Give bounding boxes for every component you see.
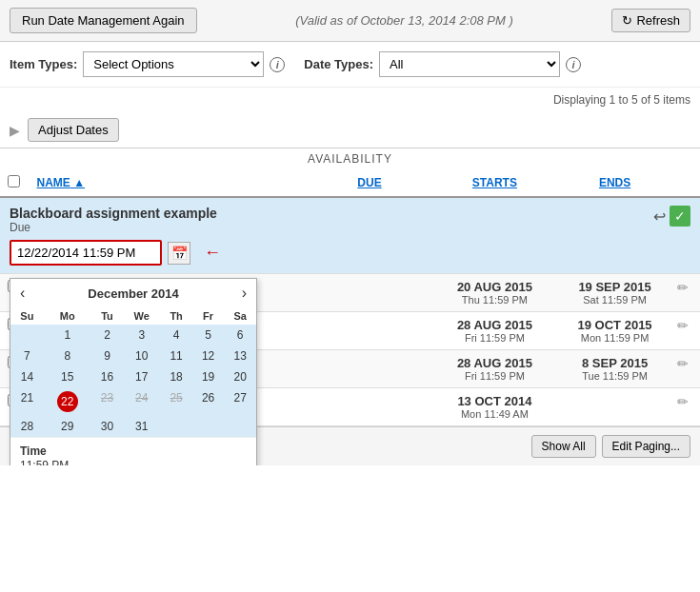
- cal-day-15[interactable]: 15: [44, 366, 91, 387]
- date-types-info-icon[interactable]: i: [566, 57, 581, 72]
- calendar-header: ‹ December 2014 ›: [10, 279, 256, 307]
- ends-date-3: 8 SEP 2015: [568, 356, 663, 370]
- confirm-button[interactable]: ✓: [670, 206, 690, 227]
- edit-paging-button[interactable]: Edit Paging...: [602, 435, 690, 458]
- displaying-count-top: Displaying 1 to 5 of 5 items: [553, 93, 690, 107]
- cal-day-31[interactable]: 31: [123, 416, 160, 437]
- availability-header: AVAILABILITY: [0, 148, 700, 169]
- edit-icon-2[interactable]: ✏: [677, 318, 689, 333]
- item-types-group: Item Types: Select Options i: [10, 51, 285, 77]
- cal-day-13[interactable]: 13: [224, 345, 256, 366]
- cal-week-3: 14 15 16 17 18 19 20: [10, 366, 256, 387]
- item-types-info-icon[interactable]: i: [270, 57, 285, 72]
- edit-icon-4[interactable]: ✏: [677, 394, 689, 409]
- cal-day-27[interactable]: 27: [224, 387, 256, 416]
- starts-date-2: 28 AUG 2015: [437, 318, 552, 332]
- day-header-su: Su: [10, 307, 44, 325]
- ends-column-header[interactable]: ENDS: [599, 176, 630, 189]
- filter-row: Item Types: Select Options i Date Types:…: [0, 42, 700, 88]
- cal-day-12[interactable]: 12: [192, 345, 224, 366]
- calendar-footer: Time 11:59 PM Hour: [10, 437, 256, 465]
- date-types-select[interactable]: All: [379, 51, 560, 77]
- row-ends-4: [560, 388, 670, 426]
- day-header-tu: Tu: [91, 307, 123, 325]
- row-due-2: [310, 312, 430, 350]
- top-bar: Run Date Management Again (Valid as of O…: [0, 0, 700, 42]
- row-due-1: [310, 274, 430, 312]
- cal-day-17[interactable]: 17: [123, 366, 160, 387]
- date-input-row: 📅 ← ‹ December 2014 ›: [10, 240, 221, 266]
- refresh-button[interactable]: ↻ Refresh: [611, 9, 690, 32]
- starts-date-3: 28 AUG 2015: [437, 356, 552, 370]
- ends-date-2: 19 OCT 2015: [568, 318, 663, 332]
- ends-sub-2: Mon 11:59 PM: [568, 332, 663, 344]
- item-types-select[interactable]: Select Options: [83, 51, 264, 77]
- date-types-group: Date Types: All i: [304, 51, 581, 77]
- cal-day-empty3: [192, 416, 224, 437]
- cal-day-5[interactable]: 5: [192, 325, 224, 345]
- cal-day-1[interactable]: 1: [44, 325, 91, 345]
- cal-day-8[interactable]: 8: [44, 345, 91, 366]
- name-column-header[interactable]: NAME ▲: [36, 176, 85, 189]
- main-table: NAME ▲ DUE STARTS ENDS Blackboard assign…: [0, 169, 700, 426]
- cal-day-11[interactable]: 11: [160, 345, 192, 366]
- cal-day-18[interactable]: 18: [160, 366, 192, 387]
- select-all-checkbox[interactable]: [8, 175, 20, 187]
- date-types-label: Date Types:: [304, 57, 373, 71]
- cal-week-5: 28 29 30 31: [10, 416, 256, 437]
- cal-day-9[interactable]: 9: [91, 345, 123, 366]
- run-date-management-button[interactable]: Run Date Management Again: [10, 8, 197, 33]
- starts-column-header[interactable]: STARTS: [472, 176, 517, 189]
- cal-day-6[interactable]: 6: [224, 325, 256, 345]
- displaying-row: Displaying 1 to 5 of 5 items: [0, 88, 700, 112]
- prev-month-button[interactable]: ‹: [20, 285, 25, 302]
- edit-icon-3[interactable]: ✏: [677, 356, 689, 371]
- valid-text: (Valid as of October 13, 2014 2:08 PM ): [295, 13, 513, 28]
- item-types-label: Item Types:: [10, 57, 77, 71]
- row-due-4: [310, 388, 430, 426]
- cal-week-2: 7 8 9 10 11 12 13: [10, 345, 256, 366]
- next-month-button[interactable]: ›: [242, 285, 247, 302]
- undo-icon[interactable]: ↩: [653, 207, 666, 226]
- cal-day-14[interactable]: 14: [10, 366, 44, 387]
- refresh-label: Refresh: [636, 13, 680, 28]
- cal-day-7[interactable]: 7: [10, 345, 44, 366]
- cal-day-29[interactable]: 29: [44, 416, 91, 437]
- cal-week-4: 21 22 23 24 25 26 27: [10, 387, 256, 416]
- red-arrow-indicator: ←: [204, 243, 221, 263]
- calendar-icon[interactable]: 📅: [168, 242, 190, 265]
- cal-day-23[interactable]: 23: [91, 387, 123, 416]
- cal-day-empty4: [224, 416, 256, 437]
- cal-day-10[interactable]: 10: [123, 345, 160, 366]
- calendar-grid: Su Mo Tu We Th Fr Sa: [10, 307, 256, 437]
- month-label: December 2014: [88, 286, 178, 301]
- row-starts-2: 28 AUG 2015 Fri 11:59 PM: [430, 312, 560, 350]
- starts-date-1: 20 AUG 2015: [437, 280, 552, 294]
- starts-date-4: 13 OCT 2014: [437, 394, 552, 408]
- ends-sub-3: Tue 11:59 PM: [568, 370, 663, 382]
- calendar-popup: ‹ December 2014 › Su Mo: [10, 278, 257, 465]
- item-sub: Due: [10, 221, 221, 234]
- ends-sub-1: Sat 11:59 PM: [568, 294, 663, 306]
- cal-day-2[interactable]: 2: [91, 325, 123, 345]
- cal-day-30[interactable]: 30: [91, 416, 123, 437]
- due-column-header[interactable]: DUE: [357, 176, 381, 189]
- date-input[interactable]: [10, 240, 162, 266]
- starts-sub-1: Thu 11:59 PM: [437, 294, 552, 306]
- cal-day-19[interactable]: 19: [192, 366, 224, 387]
- cal-day-25[interactable]: 25: [160, 387, 192, 416]
- cal-day-21[interactable]: 21: [10, 387, 44, 416]
- cal-day-24[interactable]: 24: [123, 387, 160, 416]
- edit-icon-1[interactable]: ✏: [677, 280, 689, 295]
- cal-day-28[interactable]: 28: [10, 416, 44, 437]
- cal-day-3[interactable]: 3: [123, 325, 160, 345]
- cal-day-26[interactable]: 26: [192, 387, 224, 416]
- day-header-we: We: [123, 307, 160, 325]
- cal-day-20[interactable]: 20: [224, 366, 256, 387]
- starts-sub-4: Mon 11:49 AM: [437, 408, 552, 420]
- adjust-dates-button[interactable]: Adjust Dates: [28, 118, 119, 142]
- cal-day-22[interactable]: 22: [44, 387, 91, 416]
- cal-day-16[interactable]: 16: [91, 366, 123, 387]
- show-all-button[interactable]: Show All: [531, 435, 596, 458]
- cal-day-4[interactable]: 4: [160, 325, 192, 345]
